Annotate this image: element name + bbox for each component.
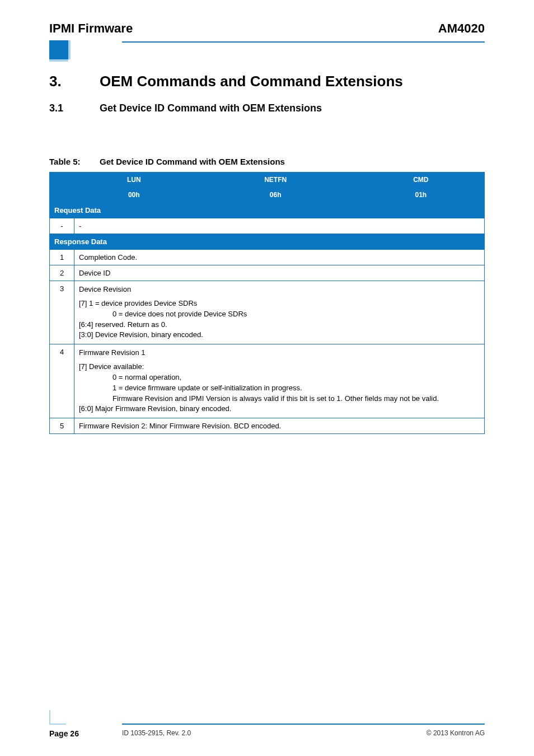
command-table: LUN NETFN CMD 00h 06h 01h Request Data -… [49,172,485,434]
page-number: Page 26 [49,729,79,738]
table-caption: Table 5: Get Device ID Command with OEM … [49,157,485,166]
row-text: Device Revision [7] 1 = device provides … [74,281,485,344]
line: Firmware Revision 1 [79,348,480,358]
row-text: Device ID [74,265,485,281]
th-cmd: CMD [357,172,484,188]
row-num: 1 [50,250,74,265]
section-heading: 3. OEM Commands and Command Extensions [49,73,485,90]
subsection-number: 3.1 [49,102,100,114]
bit-block: [7] Device available: 0 = normal operati… [79,362,480,414]
line: [7] 1 = device provides Device SDRs [79,298,197,309]
request-data-header: Request Data [50,203,485,218]
table-row: 2 Device ID [50,265,485,281]
line: [3:0] Device Revision, binary encoded. [79,330,203,340]
section-title: OEM Commands and Command Extensions [100,73,403,90]
line: Firmware Revision and IPMI Version is al… [113,394,439,404]
footer-line [122,724,485,725]
bit-block: [7] 1 = device provides Device SDRs 0 = … [79,298,480,340]
subsection-heading: 3.1 Get Device ID Command with OEM Exten… [49,102,485,114]
table-head-blank [50,172,74,203]
line: Device Revision [79,284,480,295]
th-cmd-val: 01h [357,188,484,203]
section-number: 3. [49,73,100,90]
th-netfn: NETFN [194,172,357,188]
footer-copyright: © 2013 Kontron AG [427,729,485,737]
header-rule [49,41,485,58]
row-text: Completion Code. [74,250,485,265]
row-num: 3 [50,281,74,344]
response-data-header: Response Data [50,234,485,250]
row-num: 5 [50,418,74,434]
line: [6:0] Major Firmware Revision, binary en… [79,404,231,414]
line: 0 = device does not provide Device SDRs [113,309,247,320]
table-caption-text: Get Device ID Command with OEM Extension… [100,157,285,166]
table-head: LUN NETFN CMD 00h 06h 01h [50,172,485,203]
row-num: - [50,218,74,234]
row-text: Firmware Revision 1 [7] Device available… [74,344,485,418]
subsection-title: Get Device ID Command with OEM Extension… [100,102,322,114]
table-row: 3 Device Revision [7] 1 = device provide… [50,281,485,344]
row-text: - [74,218,485,234]
page: IPMI Firmware AM4020 3. OEM Commands and… [0,0,534,756]
line: 1 = device firmware update or self-initi… [113,383,302,394]
table-caption-label: Table 5: [49,157,100,166]
footer-id: ID 1035-2915, Rev. 2.0 [122,729,191,737]
table-row: 5 Firmware Revision 2: Minor Firmware Re… [50,418,485,434]
th-lun-val: 00h [74,188,194,203]
footer-text: ID 1035-2915, Rev. 2.0 © 2013 Kontron AG [122,729,485,737]
request-data-label: Request Data [50,203,485,218]
line: 0 = normal operation, [113,372,181,383]
row-num: 2 [50,265,74,281]
header-right: AM4020 [438,21,485,36]
table-row: - - [50,218,485,234]
response-data-label: Response Data [50,234,485,250]
line: [7] Device available: [79,362,144,372]
table-row: 1 Completion Code. [50,250,485,265]
th-lun: LUN [74,172,194,188]
table-row: 4 Firmware Revision 1 [7] Device availab… [50,344,485,418]
header-line [122,41,485,43]
row-text: Firmware Revision 2: Minor Firmware Revi… [74,418,485,434]
header-left: IPMI Firmware [49,21,133,36]
row-num: 4 [50,344,74,418]
line: [6:4] reserved. Return as 0. [79,320,167,330]
th-netfn-val: 06h [194,188,357,203]
page-header: IPMI Firmware AM4020 [49,21,485,41]
